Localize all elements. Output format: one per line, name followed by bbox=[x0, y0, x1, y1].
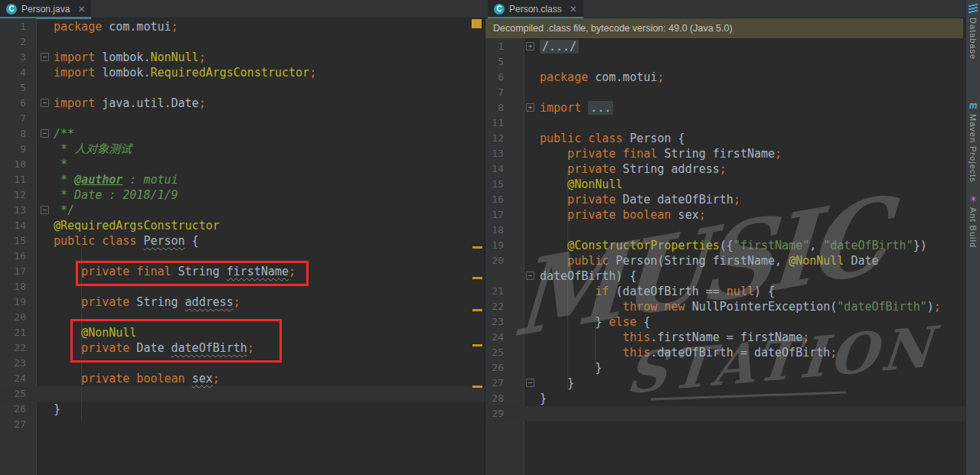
code-line[interactable]: 12public class Person { bbox=[485, 131, 965, 146]
code-line[interactable]: 13 private final String firstName; bbox=[485, 146, 965, 161]
code-line[interactable]: 5 bbox=[485, 54, 965, 70]
tool-button-label: Database bbox=[969, 18, 978, 60]
code-line[interactable]: 4import lombok.RequiredArgsConstructor; bbox=[0, 65, 485, 80]
code-line[interactable]: 14@RequiredArgsConstructor bbox=[0, 218, 485, 233]
code-line[interactable]: 7 bbox=[0, 111, 485, 126]
code-line[interactable]: 1+/.../ bbox=[485, 39, 965, 54]
code-text: } bbox=[540, 376, 574, 391]
editor-tab-bar bbox=[0, 0, 965, 18]
line-number: 9 bbox=[0, 142, 26, 157]
code-line[interactable]: 24 this.firstName = firstName; bbox=[485, 330, 965, 345]
code-line[interactable]: 27 bbox=[0, 417, 485, 432]
fold-expand-icon[interactable]: + bbox=[526, 103, 534, 112]
scrollbar-warning-mark[interactable] bbox=[472, 277, 482, 279]
code-text: package com.motui; bbox=[54, 19, 178, 34]
close-icon[interactable]: ✕ bbox=[77, 4, 85, 15]
fold-expand-icon[interactable]: + bbox=[526, 42, 534, 50]
line-number: 25 bbox=[485, 345, 504, 360]
scrollbar-warning-mark[interactable] bbox=[472, 386, 482, 388]
code-text: private final String firstName; bbox=[540, 146, 782, 161]
line-number: 11 bbox=[485, 115, 504, 131]
line-number: 21 bbox=[0, 325, 26, 340]
line-number: 13 bbox=[485, 146, 504, 161]
code-line[interactable]: 9 * 人对象测试 bbox=[0, 142, 485, 157]
line-number: 10 bbox=[0, 157, 26, 172]
code-line[interactable]: 5 bbox=[0, 80, 485, 96]
code-line[interactable]: 6package com.motui; bbox=[485, 70, 965, 85]
code-text: * @author : motui bbox=[54, 172, 178, 187]
scrollbar-warning-mark[interactable] bbox=[472, 344, 482, 346]
code-line[interactable]: 6−import java.util.Date; bbox=[0, 96, 485, 111]
fold-collapse-icon[interactable]: − bbox=[41, 206, 49, 214]
tab-person-class[interactable]: C Person.class ✕ bbox=[488, 0, 583, 18]
code-line[interactable]: 23 } else { bbox=[485, 314, 965, 330]
code-line[interactable]: 3−import lombok.NonNull; bbox=[0, 50, 485, 65]
tool-button-database[interactable]: Database bbox=[966, 5, 980, 60]
code-line[interactable]: 17 private boolean sex; bbox=[485, 207, 965, 223]
tool-button-ant-build[interactable]: ✳ Ant Build bbox=[966, 194, 980, 248]
line-number: 24 bbox=[485, 330, 504, 345]
code-line[interactable]: 14 private String address; bbox=[485, 161, 965, 177]
line-number: 7 bbox=[485, 85, 504, 100]
code-text: public class Person { bbox=[54, 233, 199, 249]
code-line[interactable]: 7 bbox=[485, 85, 965, 100]
editor-person-class[interactable]: 1+/.../56package com.motui;78+import ...… bbox=[485, 38, 965, 475]
code-line[interactable]: 15 @NonNull bbox=[485, 177, 965, 192]
code-line[interactable]: 26 } bbox=[485, 360, 965, 376]
code-text: @ConstructorProperties({"firstName", "da… bbox=[540, 238, 927, 253]
code-line[interactable]: 19 private String address; bbox=[0, 294, 485, 310]
code-line[interactable]: 13− */ bbox=[0, 203, 485, 218]
code-line[interactable]: 1package com.motui; bbox=[0, 19, 485, 34]
code-line[interactable]: 20 public Person(String firstName, @NonN… bbox=[485, 253, 965, 268]
line-number: 12 bbox=[485, 131, 504, 146]
line-number: 28 bbox=[485, 391, 504, 406]
fold-collapse-icon[interactable]: − bbox=[41, 99, 49, 107]
code-line[interactable]: 29 bbox=[485, 406, 965, 421]
code-line[interactable]: 11 bbox=[485, 115, 965, 131]
line-number: 16 bbox=[485, 192, 504, 207]
code-line[interactable]: 21 if (dateOfBirth == null) { bbox=[485, 284, 965, 299]
code-text: this.firstName = firstName; bbox=[540, 330, 809, 345]
code-line[interactable]: 24 private boolean sex; bbox=[0, 371, 485, 386]
tool-button-maven-projects[interactable]: m Maven Projects bbox=[966, 101, 980, 183]
code-line[interactable]: 19 @ConstructorProperties({"firstName", … bbox=[485, 238, 965, 253]
tab-person-java[interactable]: C Person.java ✕ bbox=[0, 0, 91, 18]
line-number: 14 bbox=[0, 218, 26, 233]
scrollbar-warning-mark[interactable] bbox=[472, 246, 482, 249]
tool-window-stripe: Database m Maven Projects ✳ Ant Build bbox=[965, 0, 980, 475]
line-number: 20 bbox=[485, 253, 504, 268]
code-text: } bbox=[540, 360, 602, 376]
fold-collapse-icon[interactable]: − bbox=[41, 129, 49, 138]
line-number: 18 bbox=[0, 279, 26, 294]
code-line[interactable]: 12 * Date : 2018/1/9 bbox=[0, 187, 485, 203]
code-line[interactable]: 2 bbox=[0, 34, 485, 50]
line-number: 22 bbox=[0, 340, 26, 356]
fold-collapse-icon[interactable]: − bbox=[526, 379, 534, 387]
line-number: 23 bbox=[485, 314, 504, 330]
fold-collapse-icon[interactable]: − bbox=[526, 272, 534, 280]
code-line[interactable]: 26} bbox=[0, 402, 485, 417]
code-line[interactable]: 11 * @author : motui bbox=[0, 172, 485, 187]
code-line[interactable]: 28} bbox=[485, 391, 965, 406]
code-line[interactable]: 10 * bbox=[0, 157, 485, 172]
scrollbar-mark-square[interactable] bbox=[472, 19, 482, 28]
close-icon[interactable]: ✕ bbox=[570, 4, 577, 15]
editor-person-java[interactable]: 1package com.motui;23−import lombok.NonN… bbox=[0, 18, 485, 475]
code-line[interactable]: 22 throw new NullPointerException("dateO… bbox=[485, 299, 965, 314]
code-text: if (dateOfBirth == null) { bbox=[540, 284, 775, 299]
code-text: private boolean sex; bbox=[540, 207, 706, 223]
line-number: 8 bbox=[0, 126, 26, 142]
code-text: private Date dateOfBirth; bbox=[540, 192, 740, 207]
scrollbar-warning-mark[interactable] bbox=[472, 309, 482, 311]
fold-collapse-icon[interactable]: − bbox=[41, 53, 49, 61]
code-line[interactable]: 27− } bbox=[485, 376, 965, 391]
line-number: 4 bbox=[0, 65, 26, 80]
code-line[interactable]: 8+import ... bbox=[485, 100, 965, 115]
code-line[interactable]: 25 this.dateOfBirth = dateOfBirth; bbox=[485, 345, 965, 360]
code-line[interactable]: 8−/** bbox=[0, 126, 485, 142]
code-line[interactable]: 18 bbox=[485, 223, 965, 238]
code-line[interactable]: 15public class Person { bbox=[0, 233, 485, 249]
code-line[interactable]: −dateOfBirth) { bbox=[485, 268, 965, 284]
code-line[interactable]: 16 private Date dateOfBirth; bbox=[485, 192, 965, 207]
code-line[interactable]: 25 bbox=[0, 386, 485, 402]
